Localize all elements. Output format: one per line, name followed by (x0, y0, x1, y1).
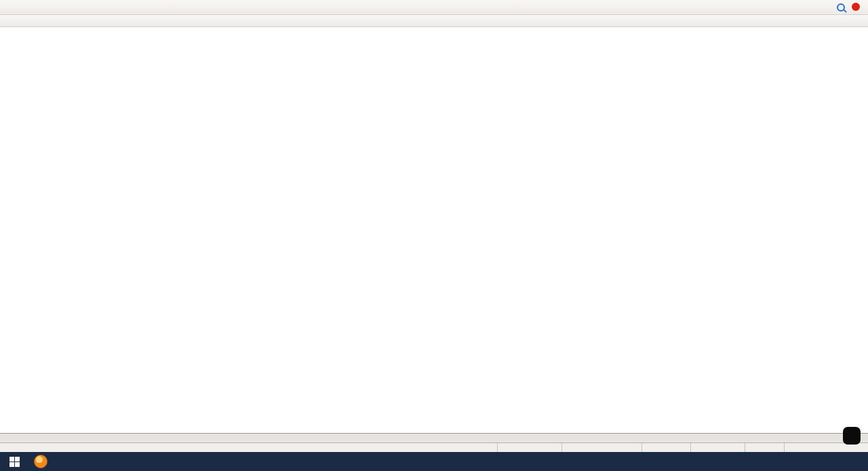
watermark (843, 427, 864, 445)
toolbar-tools (0, 15, 868, 27)
status-close (784, 443, 868, 453)
search-icon[interactable] (837, 3, 845, 12)
notification-badge[interactable] (852, 3, 860, 11)
chart-window (0, 27, 868, 433)
chart-canvas[interactable] (0, 27, 868, 433)
browser-icon (34, 455, 47, 468)
taskbar (0, 452, 868, 471)
windows-logo-icon (9, 457, 20, 467)
chart-tabs-bar (0, 433, 868, 443)
status-bar (0, 442, 868, 453)
start-button[interactable] (0, 452, 28, 471)
chart-title (2, 29, 4, 35)
watermark-logo (843, 427, 861, 445)
status-high (690, 443, 745, 453)
toolbar-main (0, 0, 868, 15)
status-help (0, 443, 497, 453)
taskbar-browser[interactable] (28, 452, 53, 471)
status-low (745, 443, 784, 453)
status-open (642, 443, 690, 453)
status-profile[interactable] (497, 443, 561, 453)
status-datetime (561, 443, 642, 453)
